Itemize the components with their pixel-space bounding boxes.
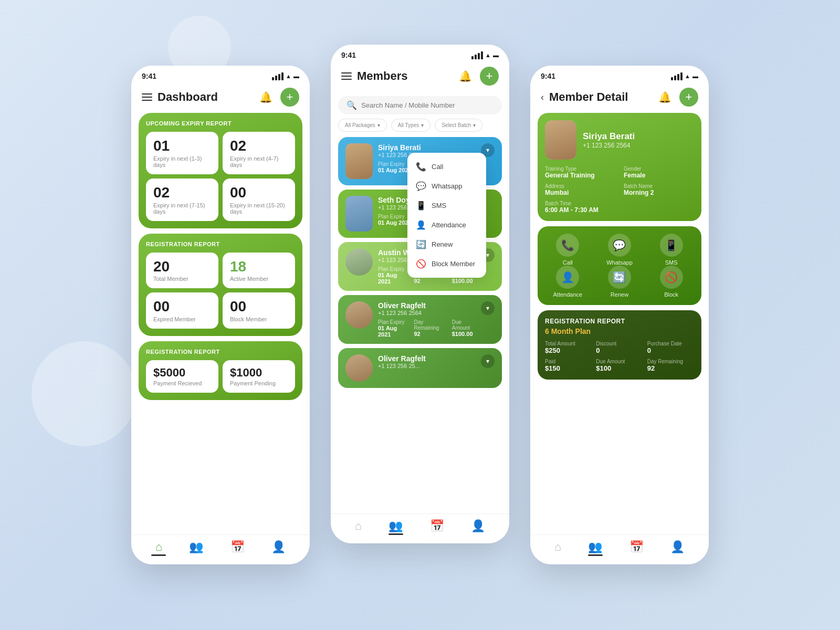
nav-home-2[interactable]: ⌂ <box>355 519 362 535</box>
attendance-icon: 👤 <box>416 220 426 230</box>
nav-members-2[interactable]: 👥 <box>388 519 403 535</box>
status-icons-2: ▲ ▬ <box>471 51 499 59</box>
action-call[interactable]: 📞 Call <box>542 234 594 266</box>
avatar-male1-img <box>345 196 373 232</box>
status-icons-1: ▲ ▬ <box>272 72 299 80</box>
member-phone-3: +1 123 256 2564 <box>378 310 476 316</box>
home-icon-3: ⌂ <box>554 540 561 554</box>
wifi-icon-3: ▲ <box>685 73 690 79</box>
nav-profile-3[interactable]: 👤 <box>670 540 685 556</box>
nav-calendar-1[interactable]: 📅 <box>230 540 245 556</box>
chevron-button-4[interactable]: ▾ <box>481 354 495 368</box>
reg-lbl-0: Total Member <box>153 276 211 282</box>
dropdown-block[interactable]: 🚫 Block Member <box>407 254 486 274</box>
nav-home-1[interactable]: ⌂ <box>155 540 162 556</box>
filter-batch-label: Select Batch <box>442 122 471 128</box>
add-button-3[interactable]: + <box>679 88 698 107</box>
action-whatsapp[interactable]: 💬 Whatsapp <box>594 234 646 266</box>
reg-card-2: 00 Expired Member <box>146 292 218 329</box>
action-sms[interactable]: 📱 SMS <box>645 234 697 266</box>
battery-icon-2: ▬ <box>493 52 499 58</box>
reg-num-2: 00 <box>153 299 211 315</box>
search-input[interactable] <box>361 101 494 109</box>
filter-packages[interactable]: All Packages ▾ <box>338 119 387 132</box>
address-item: Address Mumbai <box>545 183 615 196</box>
wifi-icon-2: ▲ <box>485 52 491 58</box>
dropdown-sms[interactable]: 📱 SMS <box>407 196 486 215</box>
phone-member-detail: 9:41 ▲ ▬ ‹ Member Detail 🔔 + <box>530 66 709 564</box>
dropdown-renew[interactable]: 🔄 Renew <box>407 235 486 254</box>
dropdown-attendance-label: Attendance <box>432 221 466 229</box>
action-block[interactable]: 🚫 Block <box>645 266 697 298</box>
status-bar-2: 9:41 ▲ ▬ <box>331 45 509 62</box>
profile-name: Siriya Berati <box>583 131 635 142</box>
profile-avatar-img <box>545 120 576 160</box>
filter-batch[interactable]: Select Batch ▾ <box>435 119 482 132</box>
nav-home-3[interactable]: ⌂ <box>554 540 561 556</box>
total-amount-val: $250 <box>545 346 592 354</box>
header-left-2: Members <box>341 69 408 83</box>
profile-icon-3: 👤 <box>670 540 685 554</box>
expiry-card-2: 02 Expiry in next (7-15) days <box>146 178 218 221</box>
bell-button-2[interactable]: 🔔 <box>456 67 475 86</box>
action-sms-label: SMS <box>665 259 678 266</box>
chevron-button-3[interactable]: ▾ <box>481 301 495 315</box>
bell-button-1[interactable]: 🔔 <box>256 88 275 107</box>
hamburger-menu-2[interactable] <box>341 72 352 80</box>
address-val: Mumbai <box>545 189 615 196</box>
reg-report-title: REGISTRATION REPORT <box>545 318 694 325</box>
member-card-0[interactable]: Siriya Berati +1 123 256 2564 Plan Expir… <box>338 137 502 185</box>
expiry-num-2: 02 <box>153 185 211 201</box>
search-wrap: 🔍 <box>331 92 509 119</box>
app-header-1: Dashboard 🔔 + <box>131 83 310 113</box>
nav-profile-2[interactable]: 👤 <box>471 519 485 535</box>
dropdown-call[interactable]: 📞 Call <box>407 157 486 176</box>
filter-types-label: All Types <box>398 122 419 128</box>
batch-time-val: 6:00 AM - 7:30 AM <box>545 206 694 214</box>
nav-calendar-2[interactable]: 📅 <box>430 519 444 535</box>
header-right-1: 🔔 + <box>256 88 299 107</box>
bell-button-3[interactable]: 🔔 <box>655 88 674 107</box>
search-bar: 🔍 <box>338 96 502 114</box>
bottom-nav-1: ⌂ 👥 📅 👤 <box>131 534 310 564</box>
avatar-male4-img <box>345 354 373 382</box>
action-attendance[interactable]: 👤 Attendance <box>542 266 594 298</box>
member-inner-3: Oliver Ragfelt +1 123 256 2564 Plan Expi… <box>345 301 495 338</box>
purchase-date-val: 0 <box>647 346 694 354</box>
reg-card-1: 18 Active Member <box>223 253 295 289</box>
payment-lbl-1: Payment Pending <box>230 380 288 386</box>
plan-expiry-1: Plan Expiry 01 Aug 2021 <box>378 214 412 226</box>
add-button-1[interactable]: + <box>280 88 299 107</box>
hamburger-menu[interactable] <box>142 93 152 101</box>
filter-types[interactable]: All Types ▾ <box>391 119 430 132</box>
dropdown-attendance[interactable]: 👤 Attendance <box>407 215 486 235</box>
reg-plan-name: 6 Month Plan <box>545 327 694 335</box>
member-card-3[interactable]: Oliver Ragfelt +1 123 256 2564 Plan Expi… <box>338 295 502 344</box>
nav-members-1[interactable]: 👥 <box>189 540 203 556</box>
calendar-icon-2: 📅 <box>430 519 444 533</box>
status-bar-3: 9:41 ▲ ▬ <box>530 66 709 83</box>
profile-row: Siriya Berati +1 123 256 2564 <box>545 120 694 160</box>
nav-calendar-3[interactable]: 📅 <box>629 540 644 556</box>
action-renew[interactable]: 🔄 Renew <box>594 266 646 298</box>
purchase-date-key: Purchase Date <box>647 341 694 346</box>
action-block-icon: 🚫 <box>660 266 683 289</box>
member-avatar-3 <box>345 301 373 329</box>
status-time-2: 9:41 <box>341 51 356 59</box>
bottom-nav-3: ⌂ 👥 📅 👤 <box>530 534 709 564</box>
dropdown-sms-label: SMS <box>432 202 446 209</box>
expiry-card-1: 02 Expiry in next (4-7) days <box>223 132 295 174</box>
battery-icon-1: ▬ <box>293 73 299 79</box>
add-button-2[interactable]: + <box>480 67 499 86</box>
member-card-4[interactable]: Oliver Ragfelt +1 123 256 25... ▾ <box>338 348 502 388</box>
dropdown-whatsapp[interactable]: 💬 Whatsapp <box>407 176 486 196</box>
nav-members-3[interactable]: 👥 <box>588 540 602 556</box>
home-icon-2: ⌂ <box>355 519 362 533</box>
payment-section-label: REGISTRATION REPORT <box>146 349 295 355</box>
member-details-3: Plan Expiry 01 Aug 2021 Day Remaining 92… <box>378 319 476 338</box>
status-time-3: 9:41 <box>541 72 555 80</box>
back-button[interactable]: ‹ <box>541 92 544 103</box>
total-amount-key: Total Amount <box>545 341 592 346</box>
detail-content: Siriya Berati +1 123 256 2564 Training T… <box>530 113 709 534</box>
nav-profile-1[interactable]: 👤 <box>271 540 286 556</box>
